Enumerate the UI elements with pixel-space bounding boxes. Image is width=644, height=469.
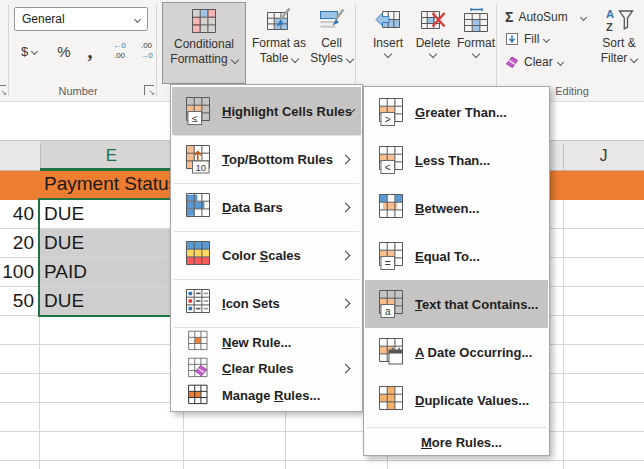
decrease-decimal-button[interactable]: .00 →0 bbox=[133, 37, 160, 65]
status-cell[interactable]: PAID bbox=[40, 258, 183, 286]
submenu-arrow-icon bbox=[341, 364, 351, 374]
highlight-cells-rules-icon: ≤ bbox=[182, 96, 212, 126]
number-format-combobox[interactable]: General bbox=[14, 7, 148, 31]
status-cell-active[interactable]: DUE bbox=[40, 200, 183, 228]
cell-styles-icon bbox=[319, 7, 345, 33]
sort-filter-icon: A Z bbox=[604, 7, 634, 33]
submenu-arrow-icon bbox=[341, 202, 351, 212]
between-icon bbox=[375, 193, 405, 223]
sort-filter-button[interactable]: A Z Sort & Filter bbox=[594, 2, 644, 84]
submenu-item-duplicate-values[interactable]: Duplicate Values... bbox=[365, 376, 548, 424]
sigma-icon: Σ bbox=[505, 9, 513, 25]
status-cell[interactable]: DUE bbox=[40, 229, 183, 257]
submenu-item-greater-than[interactable]: > Greater Than... bbox=[365, 88, 548, 136]
menu-item-color-scales[interactable]: Color Scales bbox=[172, 231, 361, 279]
submenu-item-a-date-occurring[interactable]: A Date Occurring... bbox=[365, 328, 548, 376]
svg-text:>: > bbox=[385, 114, 391, 125]
data-bars-icon bbox=[182, 192, 212, 222]
number-dialog-launcher-icon[interactable]: ↘ bbox=[144, 85, 154, 95]
accounting-format-button[interactable]: $ bbox=[12, 38, 46, 64]
svg-text:10: 10 bbox=[195, 162, 206, 173]
amount-cell[interactable]: 40 bbox=[0, 200, 34, 228]
column-header-j[interactable]: J bbox=[563, 141, 644, 171]
group-separator bbox=[496, 4, 497, 96]
insert-cells-button[interactable]: Insert bbox=[366, 2, 410, 84]
menu-item-icon-sets[interactable]: Icon Sets bbox=[172, 279, 361, 327]
column-header-e[interactable]: E bbox=[40, 141, 183, 171]
clear-button[interactable]: Clear bbox=[505, 55, 563, 69]
status-cell[interactable]: DUE bbox=[40, 287, 183, 315]
percent-style-button[interactable]: % bbox=[52, 38, 76, 64]
group-separator bbox=[355, 4, 356, 96]
increase-decimal-icon: ←0 bbox=[106, 41, 133, 51]
icon-sets-icon bbox=[182, 288, 212, 318]
svg-text:=: = bbox=[385, 258, 391, 269]
chevron-down-icon bbox=[134, 15, 141, 22]
fill-down-icon bbox=[505, 32, 519, 46]
menu-item-highlight-cells-rules[interactable]: ≤ Highlight Cells Rules bbox=[172, 87, 361, 135]
svg-text:≤: ≤ bbox=[192, 113, 198, 124]
font-dialog-launcher-icon[interactable]: ↘ bbox=[0, 85, 6, 95]
submenu-item-less-than[interactable]: < Less Than... bbox=[365, 136, 548, 184]
chevron-down-icon bbox=[543, 35, 550, 42]
percent-icon: % bbox=[57, 43, 70, 60]
delete-icon bbox=[420, 7, 446, 33]
svg-text:Z: Z bbox=[606, 21, 613, 33]
submenu-arrow-icon bbox=[341, 298, 351, 308]
insert-icon bbox=[375, 7, 401, 33]
number-group-label: Number bbox=[10, 85, 146, 97]
chevron-down-icon bbox=[557, 58, 564, 65]
chevron-down-icon bbox=[346, 54, 354, 62]
number-format-value: General bbox=[22, 12, 65, 26]
chevron-down-icon bbox=[291, 54, 299, 62]
svg-text:a: a bbox=[385, 306, 391, 317]
less-than-icon: < bbox=[375, 145, 405, 175]
submenu-arrow-icon bbox=[341, 250, 351, 260]
eraser-icon bbox=[505, 55, 519, 69]
cell-styles-button[interactable]: Cell Styles bbox=[309, 2, 354, 84]
new-rule-icon bbox=[182, 330, 212, 354]
manage-rules-icon bbox=[182, 384, 212, 408]
dollar-icon: $ bbox=[21, 44, 28, 59]
highlight-rules-submenu: > Greater Than... < Less Than... Between… bbox=[363, 86, 550, 456]
chevron-down-icon bbox=[429, 50, 437, 58]
fill-button[interactable]: Fill bbox=[505, 32, 549, 46]
equal-to-icon: = bbox=[375, 241, 405, 271]
autosum-button[interactable]: Σ AutoSum bbox=[505, 9, 586, 25]
menu-item-manage-rules[interactable]: Manage Rules... bbox=[172, 382, 361, 409]
group-separator bbox=[8, 4, 9, 96]
delete-cells-button[interactable]: Delete bbox=[410, 2, 456, 84]
chevron-down-icon bbox=[230, 55, 238, 63]
format-as-table-button[interactable]: Format as Table bbox=[249, 2, 309, 84]
submenu-item-between[interactable]: Between... bbox=[365, 184, 548, 232]
cf-dropdown-menu: ≤ Highlight Cells Rules 10 Top/Bottom Ru… bbox=[170, 84, 363, 412]
conditional-formatting-button[interactable]: Conditional Formatting bbox=[162, 2, 246, 84]
date-occurring-icon bbox=[375, 337, 405, 367]
chevron-down-icon bbox=[472, 50, 480, 58]
increase-decimal-button[interactable]: ←0 .00 bbox=[106, 37, 133, 65]
format-icon bbox=[463, 7, 489, 33]
format-cells-button[interactable]: Format bbox=[456, 2, 496, 84]
chevron-down-icon bbox=[384, 50, 392, 58]
clear-rules-icon bbox=[182, 357, 212, 381]
menu-item-top-bottom-rules[interactable]: 10 Top/Bottom Rules bbox=[172, 135, 361, 183]
submenu-arrow-icon bbox=[341, 154, 351, 164]
menu-item-clear-rules[interactable]: Clear Rules bbox=[172, 355, 361, 382]
payment-status-cell[interactable]: Payment Status bbox=[44, 173, 170, 198]
conditional-formatting-icon bbox=[191, 8, 217, 34]
amount-cell[interactable]: 100 bbox=[0, 258, 34, 286]
top-bottom-rules-icon: 10 bbox=[182, 144, 212, 174]
menu-item-data-bars[interactable]: Data Bars bbox=[172, 183, 361, 231]
svg-text:<: < bbox=[385, 162, 391, 173]
amount-cell[interactable]: 20 bbox=[0, 229, 34, 257]
greater-than-icon: > bbox=[375, 97, 405, 127]
submenu-item-equal-to[interactable]: = Equal To... bbox=[365, 232, 548, 280]
submenu-item-text-that-contains[interactable]: a Text that Contains... bbox=[365, 280, 548, 328]
amount-cell[interactable]: 50 bbox=[0, 287, 34, 315]
comma-icon: , bbox=[88, 40, 93, 63]
decrease-decimal-icon: →0 bbox=[133, 51, 160, 61]
comma-style-button[interactable]: , bbox=[80, 38, 100, 64]
submenu-item-more-rules[interactable]: More Rules... bbox=[365, 430, 548, 455]
menu-item-new-rule[interactable]: New Rule... bbox=[172, 329, 361, 355]
chevron-down-icon bbox=[31, 47, 38, 54]
